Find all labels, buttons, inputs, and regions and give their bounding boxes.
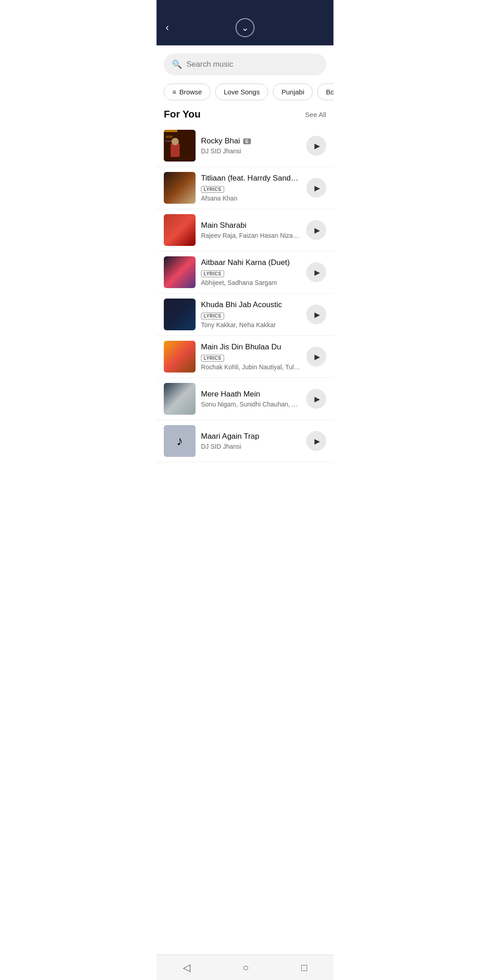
song-info: Maari Again TrapDJ SID Jhansi <box>201 432 301 450</box>
lyrics-badge: LYRICS <box>201 355 224 362</box>
play-button[interactable]: ▶ <box>306 220 326 240</box>
lyrics-badge: LYRICS <box>201 313 224 319</box>
search-input[interactable] <box>186 60 318 69</box>
song-info: Aitbaar Nahi Karna (Duet)LYRICSAbhijeet,… <box>201 258 301 286</box>
play-icon: ▶ <box>314 268 320 277</box>
song-artist: Rochak Kohli, Jubin Nautiyal, Tulsi Kum.… <box>201 363 301 371</box>
song-list: KGF CHAPTER 2 Rocky BhaiEDJ SID Jhansi▶T… <box>157 125 333 462</box>
explicit-badge: E <box>243 138 251 144</box>
chevron-down-icon[interactable]: ⌄ <box>235 18 255 37</box>
song-info: Main Jis Din Bhulaa DuLYRICSRochak Kohli… <box>201 343 301 371</box>
play-icon: ▶ <box>314 226 320 235</box>
song-thumbnail <box>164 214 196 246</box>
song-info: Khuda Bhi Jab AcousticLYRICSTony Kakkar,… <box>201 300 301 328</box>
chip-bollywood[interactable]: Bollywood <box>317 83 333 100</box>
song-title: Khuda Bhi Jab Acoustic <box>201 300 282 309</box>
bottom-nav: ◁ ○ □ <box>157 955 333 980</box>
song-artist: Tony Kakkar, Neha Kakkar <box>201 321 301 328</box>
play-button[interactable]: ▶ <box>306 304 326 324</box>
play-icon: ▶ <box>314 184 320 192</box>
song-row: ♪Maari Again TrapDJ SID Jhansi▶ <box>157 420 333 462</box>
filter-row: ≡ Browse Love Songs Punjabi Bollywood <box>157 80 333 107</box>
section-header: For You See All <box>157 107 333 125</box>
song-artist: Abhijeet, Sadhana Sargam <box>201 279 301 286</box>
song-info: Rocky BhaiEDJ SID Jhansi <box>201 137 301 155</box>
song-thumbnail <box>164 172 196 204</box>
song-thumbnail <box>164 383 196 415</box>
song-title: Aitbaar Nahi Karna (Duet) <box>201 258 290 267</box>
play-button[interactable]: ▶ <box>306 347 326 367</box>
song-title: Mere Haath Mein <box>201 390 260 399</box>
song-artist: Rajeev Raja, Faizan Hasan Nizami, Zees..… <box>201 232 301 239</box>
song-thumbnail <box>164 256 196 288</box>
svg-rect-6 <box>164 130 196 162</box>
section-title: For You <box>164 108 201 120</box>
song-row: Main SharabiRajeev Raja, Faizan Hasan Ni… <box>157 209 333 251</box>
play-icon: ▶ <box>314 142 320 150</box>
play-button[interactable]: ▶ <box>306 262 326 282</box>
search-bar: 🔍 <box>164 54 326 75</box>
song-row: Aitbaar Nahi Karna (Duet)LYRICSAbhijeet,… <box>157 251 333 294</box>
play-icon: ▶ <box>314 437 320 446</box>
header: ‹ ⌄ <box>157 13 333 45</box>
song-title: Main Sharabi <box>201 221 246 230</box>
chip-browse[interactable]: ≡ Browse <box>164 83 211 100</box>
play-icon: ▶ <box>314 395 320 403</box>
song-artist: Sonu Nigam, Sunidhi Chauhan, Aamir... <box>201 401 301 408</box>
song-title: Maari Again Trap <box>201 432 260 441</box>
see-all-button[interactable]: See All <box>305 111 326 118</box>
song-row: Mere Haath MeinSonu Nigam, Sunidhi Chauh… <box>157 378 333 420</box>
song-row: Titliaan (feat. Harrdy Sandh...LYRICSAfs… <box>157 167 333 209</box>
play-button[interactable]: ▶ <box>306 389 326 409</box>
song-title: Titliaan (feat. Harrdy Sandh... <box>201 174 301 183</box>
song-thumbnail: ♪ <box>164 425 196 457</box>
song-thumbnail: KGF CHAPTER 2 <box>164 130 196 162</box>
song-info: Mere Haath MeinSonu Nigam, Sunidhi Chauh… <box>201 390 301 408</box>
song-row: Main Jis Din Bhulaa DuLYRICSRochak Kohli… <box>157 336 333 378</box>
nav-home-button[interactable]: ○ <box>232 958 260 977</box>
song-artist: Afsana Khan <box>201 195 301 202</box>
song-row: Khuda Bhi Jab AcousticLYRICSTony Kakkar,… <box>157 294 333 336</box>
song-thumbnail <box>164 341 196 372</box>
list-icon: ≡ <box>172 88 176 96</box>
song-title: Main Jis Din Bhulaa Du <box>201 343 281 352</box>
play-button[interactable]: ▶ <box>306 178 326 198</box>
play-icon: ▶ <box>314 310 320 319</box>
nav-back-button[interactable]: ◁ <box>172 958 201 977</box>
chip-love-songs[interactable]: Love Songs <box>215 83 268 100</box>
play-icon: ▶ <box>314 353 320 361</box>
status-bar <box>157 0 333 13</box>
song-thumbnail <box>164 299 196 330</box>
song-info: Titliaan (feat. Harrdy Sandh...LYRICSAfs… <box>201 174 301 202</box>
back-button[interactable]: ‹ <box>166 22 169 34</box>
nav-recents-button[interactable]: □ <box>290 958 318 977</box>
chip-punjabi[interactable]: Punjabi <box>273 83 313 100</box>
lyrics-badge: LYRICS <box>201 186 224 193</box>
song-info: Main SharabiRajeev Raja, Faizan Hasan Ni… <box>201 221 301 239</box>
song-row: KGF CHAPTER 2 Rocky BhaiEDJ SID Jhansi▶ <box>157 125 333 167</box>
song-title: Rocky Bhai <box>201 137 240 146</box>
play-button[interactable]: ▶ <box>306 431 326 451</box>
search-container: 🔍 <box>157 45 333 80</box>
play-button[interactable]: ▶ <box>306 136 326 156</box>
search-icon: 🔍 <box>172 59 182 69</box>
song-artist: DJ SID Jhansi <box>201 443 301 450</box>
song-artist: DJ SID Jhansi <box>201 147 301 155</box>
lyrics-badge: LYRICS <box>201 270 224 277</box>
